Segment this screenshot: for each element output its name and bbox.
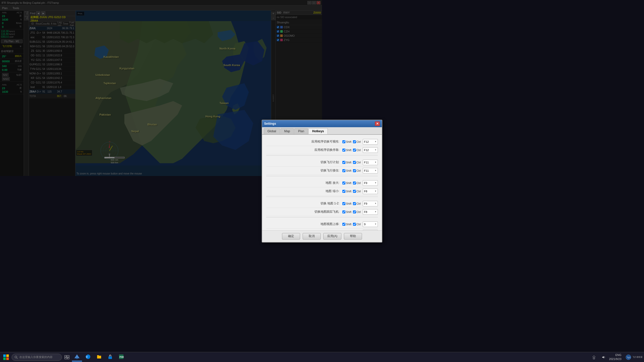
tab-plan[interactable]: Plan xyxy=(294,128,308,134)
tab-hotkeys[interactable]: Hotkeys xyxy=(308,128,322,134)
hotkey-row-dock: 应用程序切换停靠: Shift Ctrl F12 ▼ xyxy=(266,146,322,154)
hotkey-row-zoom-in: 地图 放大: Shift Ctrl F9 ▼ xyxy=(266,179,322,181)
tab-global[interactable]: Global xyxy=(264,128,280,134)
hotkey-row-fp-toggle: 切换飞行计划: Shift Ctrl F11 ▼ xyxy=(266,158,322,167)
hotkey-label-fp-accept: 切换飞行接住: xyxy=(266,168,322,173)
settings-title: Settings xyxy=(264,122,276,125)
settings-titlebar: Settings ✕ xyxy=(262,120,322,127)
hotkey-row-fp-accept: 切换飞行接住: Shift Ctrl F11 ▼ xyxy=(266,167,322,175)
hotkey-row-visibility: 应用程序切换可视性: Shift Ctrl F12 ▼ xyxy=(266,138,322,146)
settings-overlay[interactable]: Settings ✕ Global Map Plan Hotkeys 应用程序切… xyxy=(0,0,322,181)
hotkey-label-fp-toggle: 切换飞行计划: xyxy=(266,160,322,164)
settings-dialog: Settings ✕ Global Map Plan Hotkeys 应用程序切… xyxy=(262,120,322,181)
hotkey-label-zoom-in: 地图 放大: xyxy=(266,181,322,181)
hotkey-label-visibility: 应用程序切换可视性: xyxy=(266,140,322,144)
settings-tabs: Global Map Plan Hotkeys xyxy=(262,127,322,135)
separator-2 xyxy=(266,176,322,178)
hotkey-label-dock: 应用程序切换停靠: xyxy=(266,148,322,152)
settings-content: 应用程序切换可视性: Shift Ctrl F12 ▼ 应用程序切换停靠: xyxy=(262,135,322,181)
separator-1 xyxy=(266,155,322,157)
tab-map[interactable]: Map xyxy=(280,128,294,134)
